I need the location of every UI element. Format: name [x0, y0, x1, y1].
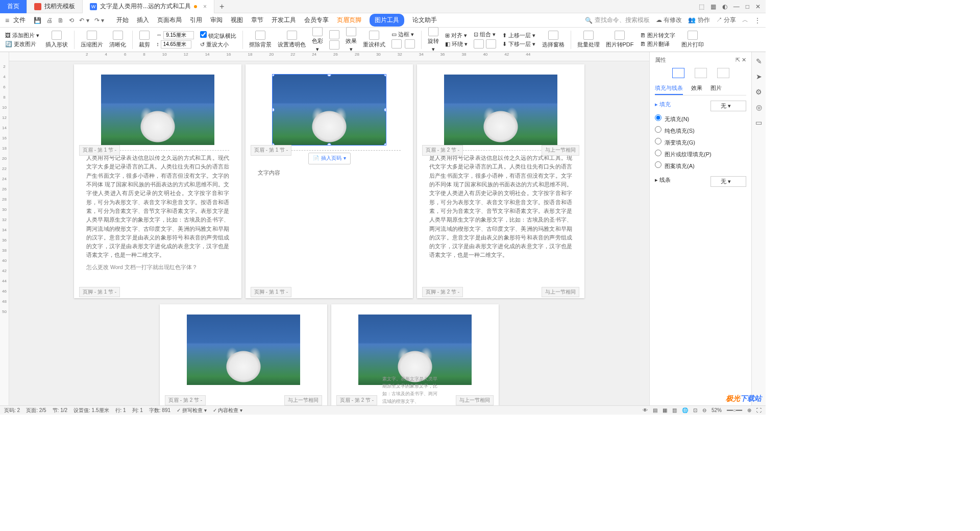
tab-picture-tools[interactable]: 图片工具: [370, 14, 404, 27]
tab-chapter[interactable]: 章节: [251, 14, 263, 27]
to-pdf-button[interactable]: 图片转PDF: [606, 31, 634, 49]
translate-button[interactable]: 🖹 图片翻译: [640, 40, 675, 48]
command-search[interactable]: 🔍 查找命令、搜索模板: [585, 16, 650, 25]
view-web-icon[interactable]: ▦: [663, 407, 667, 413]
line-select[interactable]: 无 ▾: [710, 176, 746, 187]
tab-start[interactable]: 开始: [116, 14, 129, 27]
style2-icon[interactable]: [405, 39, 415, 49]
zoom-in-button[interactable]: ⊕: [747, 407, 751, 413]
wrap-button[interactable]: ◧ 环绕 ▾: [445, 40, 468, 48]
transparency-button[interactable]: 设置透明色: [278, 31, 306, 49]
change-picture-button[interactable]: 🔄 更改图片: [5, 40, 39, 48]
panel-close-icon[interactable]: ✕: [742, 57, 746, 63]
align-button[interactable]: ⊞ 对齐 ▾: [445, 32, 468, 39]
line-section-header[interactable]: ▸ 线条: [655, 176, 671, 184]
prop-tab-effect[interactable]: 效果: [691, 82, 702, 95]
globe-icon[interactable]: 🌐: [682, 407, 688, 413]
brightness-icon[interactable]: [329, 30, 339, 39]
status-page[interactable]: 页面: 2/5: [26, 407, 46, 414]
fill-select[interactable]: 无 ▾: [710, 101, 746, 111]
file-menu[interactable]: 文件: [13, 16, 26, 25]
insert-page-number-button[interactable]: 📄 插入页码 ▾: [308, 153, 351, 164]
pin-icon[interactable]: ⇱: [736, 57, 740, 63]
more-icon[interactable]: ⋮: [754, 17, 761, 24]
reset-size-button[interactable]: ↺ 重设大小: [200, 41, 236, 49]
fullscreen-icon[interactable]: ⛶: [756, 407, 762, 413]
tab-member[interactable]: 会员专享: [304, 14, 329, 27]
window-minimize[interactable]: —: [733, 3, 740, 10]
effect-shape-icon[interactable]: [695, 68, 707, 78]
window-maximize[interactable]: □: [746, 3, 749, 10]
grid-icon[interactable]: ▦: [710, 3, 716, 10]
redo-icon[interactable]: ↷ ▾: [94, 17, 104, 24]
layout-icon[interactable]: ⬚: [699, 3, 704, 10]
remove-bg-button[interactable]: 抠除背景: [249, 31, 272, 49]
tab-close-button[interactable]: ×: [203, 3, 207, 10]
border-button[interactable]: ▭ 边框 ▾: [391, 31, 415, 38]
to-text-button[interactable]: 🖹 图片转文字: [640, 32, 675, 39]
fill-solid-radio[interactable]: 纯色填充(S): [655, 126, 746, 135]
flip-v-icon[interactable]: [486, 39, 496, 49]
zoom-slider[interactable]: ━━○━━: [727, 407, 742, 413]
print-icon[interactable]: 🖨: [46, 17, 53, 24]
tab-home[interactable]: 首页: [0, 0, 27, 13]
picture-shape-icon[interactable]: [717, 68, 729, 78]
compress-button[interactable]: 压缩图片: [81, 31, 103, 49]
contrast-icon[interactable]: [329, 40, 339, 50]
status-words[interactable]: 字数: 891: [149, 407, 170, 414]
fill-picture-radio[interactable]: 图片或纹理填充(P): [655, 150, 746, 158]
tab-layout[interactable]: 页面布局: [157, 14, 182, 27]
view-print-icon[interactable]: ▤: [653, 407, 657, 413]
fill-shape-icon[interactable]: [672, 68, 684, 78]
reset-style-button[interactable]: 重设样式: [363, 31, 385, 49]
rotate-button[interactable]: 旋转▾: [428, 27, 439, 53]
content-check-button[interactable]: ✓ 内容检查 ▾: [213, 407, 243, 414]
undo-icon[interactable]: ↶ ▾: [79, 17, 89, 24]
window-close[interactable]: ✕: [755, 3, 761, 10]
document-canvas[interactable]: 2468101214161820222426283032343638404244…: [9, 52, 649, 405]
sharpen-button[interactable]: 清晰化: [109, 31, 126, 49]
prop-tab-picture[interactable]: 图片: [710, 82, 722, 95]
zoom-level[interactable]: 52%: [712, 407, 722, 413]
fill-pattern-radio[interactable]: 图案填充(A): [655, 161, 746, 170]
tab-review[interactable]: 审阅: [210, 14, 223, 27]
collab-button[interactable]: 👥 协作: [688, 16, 709, 25]
prop-tab-fill[interactable]: 填充与线条: [655, 82, 683, 95]
width-input[interactable]: [163, 31, 194, 39]
bring-forward-button[interactable]: ⬆ 上移一层 ▾: [502, 32, 535, 39]
settings-icon[interactable]: ⚙: [755, 88, 762, 96]
view-outline-icon[interactable]: ▥: [672, 407, 677, 413]
tab-header-footer[interactable]: 页眉页脚: [337, 14, 361, 27]
arrow-icon[interactable]: ➤: [756, 73, 762, 81]
fill-gradient-radio[interactable]: 渐变填充(G): [655, 138, 746, 147]
refresh-icon[interactable]: ⟲: [69, 17, 74, 24]
print-pic-button[interactable]: 图片打印: [681, 31, 704, 49]
zoom-out-button[interactable]: ⊖: [702, 407, 706, 413]
batch-button[interactable]: 批量处理: [577, 31, 600, 49]
eye-icon[interactable]: 👁: [643, 407, 648, 413]
lock-ratio-check[interactable]: 锁定纵横比: [200, 31, 236, 40]
save-icon[interactable]: 💾: [34, 17, 41, 24]
tab-thesis[interactable]: 论文助手: [412, 14, 437, 27]
spell-check-button[interactable]: ✓ 拼写检查 ▾: [177, 407, 207, 414]
flip-h-icon[interactable]: [474, 39, 484, 49]
height-input[interactable]: [161, 40, 191, 49]
tab-document[interactable]: W 文字是人类用符...远的方式和工具 ×: [83, 0, 214, 13]
color-button[interactable]: 色彩▾: [312, 27, 323, 53]
pencil-icon[interactable]: ✎: [756, 57, 762, 65]
tab-add-button[interactable]: +: [214, 2, 229, 11]
changes-indicator[interactable]: ☁ 有修改: [656, 16, 682, 25]
group-button[interactable]: ⊡ 组合 ▾: [474, 31, 496, 38]
selection-pane-button[interactable]: 选择窗格: [542, 31, 565, 49]
send-backward-button[interactable]: ⬇ 下移一层 ▾: [502, 40, 535, 48]
book-icon[interactable]: ▭: [755, 118, 762, 127]
hamburger-icon[interactable]: ≡: [5, 16, 9, 25]
target-icon[interactable]: ◎: [756, 103, 762, 111]
tab-templates[interactable]: 找稻壳模板: [27, 0, 83, 13]
fill-section-header[interactable]: ▸ 填充: [655, 101, 671, 108]
preview-icon[interactable]: 🗎: [58, 17, 64, 24]
tab-insert[interactable]: 插入: [137, 14, 149, 27]
insert-shape-button[interactable]: 插入形状: [45, 31, 68, 49]
crop-button[interactable]: 裁剪: [139, 31, 150, 49]
effect-button[interactable]: 效果▾: [346, 27, 357, 53]
